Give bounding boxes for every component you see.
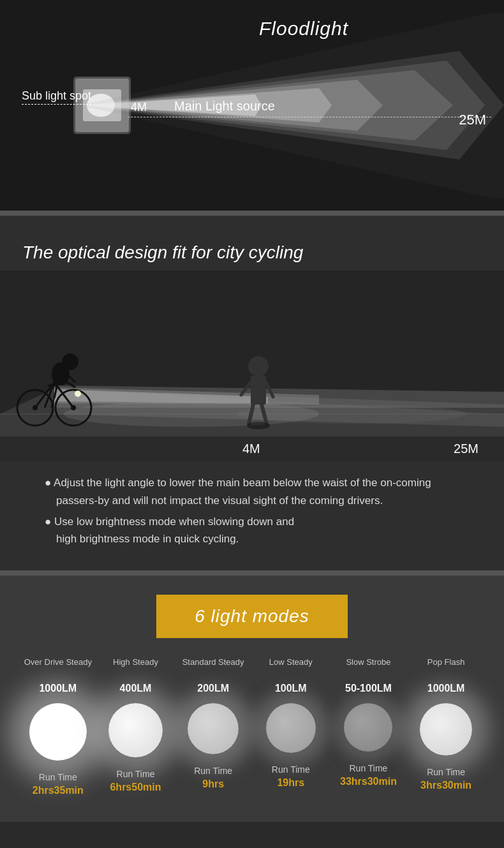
optical-section: The optical design fit for city cycling [0, 216, 504, 570]
run-time-label-1: Run Time [117, 769, 155, 779]
optical-scene [0, 271, 504, 436]
mode-name-4: Slow Strobe [346, 657, 390, 680]
mode-lm-0: 1000LM [39, 683, 77, 694]
run-time-label-0: Run Time [39, 772, 77, 782]
run-time-value-0: 2hrs35min [33, 785, 84, 796]
svg-point-42 [247, 422, 270, 429]
run-time-value-5: 3hrs30min [420, 780, 471, 791]
mode-item-3: Low Steady 100LM Run Time 19hrs [256, 657, 326, 789]
bullet-item-1: Adjust the light angle to lower the main… [45, 474, 459, 509]
floodlight-section: Floodlight Sub light spot 4M Main Light … [0, 0, 504, 211]
distance-25m-label: 25M [459, 112, 486, 128]
bullet-points: Adjust the light angle to lower the main… [0, 461, 504, 570]
mode-lm-4: 50-100LM [345, 683, 392, 694]
run-time-value-3: 19hrs [277, 777, 304, 789]
mode-circle-4 [344, 703, 392, 752]
run-time-label-5: Run Time [427, 767, 465, 777]
mode-item-4: Slow Strobe 50-100LM Run Time 33hrs30min [333, 657, 403, 787]
mode-circle-3 [266, 703, 316, 753]
mode-lm-1: 400LM [120, 683, 152, 694]
mode-name-0: Over Drive Steady [24, 657, 92, 680]
run-time-label-3: Run Time [272, 764, 310, 775]
mode-lm-2: 200LM [197, 683, 229, 694]
distance-4m-label: 4M [131, 101, 147, 114]
floodlight-title: Floodlight [259, 18, 348, 40]
run-time-value-1: 6hrs50min [110, 782, 161, 793]
mode-item-1: High Steady 400LM Run Time 6hrs50min [100, 657, 170, 793]
mode-circle-0 [29, 703, 87, 761]
run-time-label-4: Run Time [349, 763, 387, 773]
mode-name-5: Pop Flash [427, 657, 465, 680]
section-divider-2 [0, 570, 504, 576]
modes-title-wrapper: 6 light modes [13, 595, 491, 638]
mode-lm-5: 1000LM [427, 683, 465, 694]
mode-lm-3: 100LM [275, 683, 307, 694]
scene-distance-4m: 4M [242, 442, 260, 456]
section-divider [0, 211, 504, 216]
mode-name-2: Standard Steady [182, 657, 244, 680]
mode-name-1: High Steady [113, 657, 158, 680]
run-time-value-4: 33hrs30min [340, 776, 397, 787]
svg-point-43 [75, 391, 81, 397]
mode-circle-1 [108, 703, 163, 757]
scene-svg [0, 271, 504, 436]
sub-light-label: Sub light spot [22, 89, 91, 105]
svg-marker-11 [80, 105, 504, 198]
bullet-sub-2: high brightness mode in quick cycling. [45, 530, 459, 547]
optical-title: The optical design fit for city cycling [0, 228, 504, 271]
mode-name-3: Low Steady [269, 657, 313, 680]
modes-section: 6 light modes Over Drive Steady 1000LM R… [0, 576, 504, 822]
bullet-item-2: Use low brightness mode when slowing dow… [45, 513, 459, 547]
distance-markers: 4M 25M [0, 436, 504, 461]
mode-item-5: Pop Flash 1000LM Run Time 3hrs30min [411, 657, 481, 791]
svg-point-32 [62, 353, 78, 370]
dashed-line [128, 117, 491, 117]
mode-item-2: Standard Steady 200LM Run Time 9hrs [178, 657, 248, 790]
bullet-sub-1: passers-by and will not impact the visua… [45, 492, 459, 509]
svg-rect-37 [251, 376, 266, 405]
mode-circle-2 [188, 703, 239, 754]
run-time-label-2: Run Time [194, 766, 232, 776]
mode-item-0: Over Drive Steady 1000LM Run Time 2hrs35… [23, 657, 93, 796]
mode-circle-5 [420, 703, 472, 755]
svg-point-20 [236, 405, 466, 424]
modes-title: 6 light modes [156, 595, 348, 638]
modes-grid: Over Drive Steady 1000LM Run Time 2hrs35… [13, 657, 491, 796]
run-time-value-2: 9hrs [202, 778, 224, 790]
svg-point-36 [248, 356, 269, 376]
scene-distance-25m: 25M [454, 442, 478, 456]
main-light-label: Main Light source [174, 99, 275, 114]
